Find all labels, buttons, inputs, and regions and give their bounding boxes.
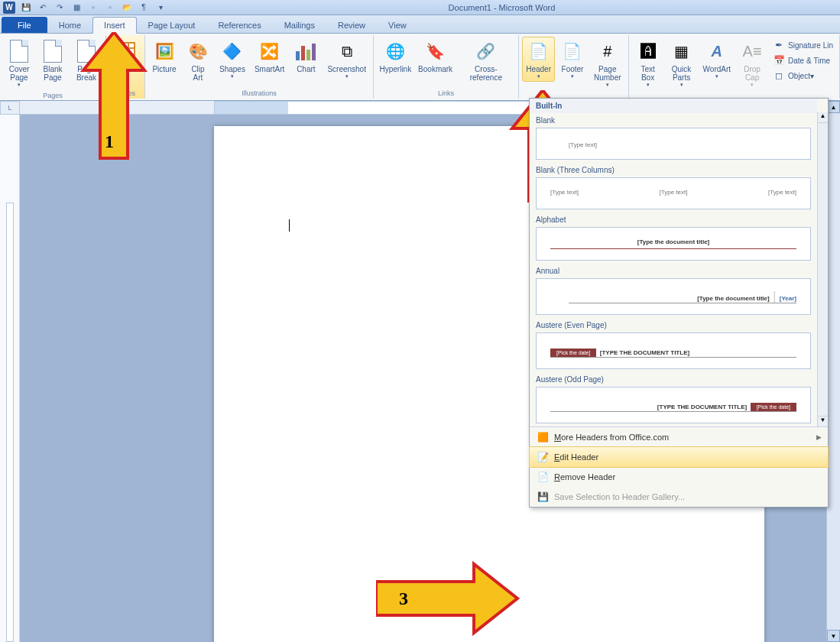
gallery-item-austere-even[interactable]: Austere (Even Page) [Pick the date] [TYP… [530, 318, 817, 372]
clip-art-button[interactable]: 🎨ClipArt [182, 37, 214, 84]
picture-icon: 🖼️ [152, 39, 177, 63]
blank-page-icon [41, 39, 65, 63]
footer-icon: 📄 [560, 39, 585, 63]
annotation-arrow-1 [79, 32, 148, 162]
qat-icon[interactable]: ▦ [70, 2, 83, 14]
gallery-footer: 🟧 More Headers from Office.com ▶ 📝 Edit … [530, 426, 828, 507]
edit-header-icon: 📝 [536, 451, 550, 463]
qat-icon[interactable]: ▫ [104, 2, 116, 14]
tab-mailings[interactable]: Mailings [273, 17, 326, 33]
window-title: Document1 - Microsoft Word [167, 3, 837, 12]
group-illustrations: 🖼️Picture 🎨ClipArt 🔷Shapes▾ 🔀SmartArt Ch… [145, 35, 374, 99]
gallery-item-austere-odd[interactable]: Austere (Odd Page) [TYPE THE DOCUMENT TI… [530, 372, 817, 426]
group-links: 🌐Hyperlink 🔖Bookmark 🔗Cross-reference Li… [374, 35, 519, 99]
remove-header-icon: 📄 [536, 471, 550, 483]
vertical-ruler[interactable] [0, 115, 20, 642]
clip-art-icon: 🎨 [186, 39, 210, 63]
tab-view[interactable]: View [377, 17, 418, 33]
svg-marker-2 [376, 564, 517, 633]
group-header-footer: 📄Header▾ 📄Footer▾ #PageNumber▾ [519, 35, 628, 99]
save-to-gallery-button: 💾 Save Selection to Header Gallery... [530, 487, 828, 507]
object-icon: ◻ [773, 70, 785, 82]
chart-button[interactable]: Chart [290, 37, 322, 76]
text-cursor [289, 219, 290, 232]
tab-insert[interactable]: Insert [92, 17, 137, 34]
bookmark-button[interactable]: 🔖Bookmark [416, 37, 456, 76]
open-icon[interactable]: 📂 [121, 2, 133, 14]
tab-references[interactable]: References [206, 17, 272, 33]
smartart-button[interactable]: 🔀SmartArt [251, 37, 288, 76]
signature-line-button[interactable]: ✒Signature Lin [770, 38, 836, 52]
shapes-button[interactable]: 🔷Shapes▾ [216, 37, 249, 82]
date-time-button[interactable]: 📅Date & Time [770, 54, 836, 67]
undo-icon[interactable]: ↶ [37, 2, 49, 14]
shapes-icon: 🔷 [220, 39, 245, 63]
header-button[interactable]: 📄Header▾ [522, 37, 555, 82]
hyperlink-icon: 🌐 [383, 39, 407, 63]
scroll-down-button[interactable]: ▼ [827, 630, 840, 642]
tab-review[interactable]: Review [326, 17, 377, 33]
more-headers-button[interactable]: 🟧 More Headers from Office.com ▶ [530, 427, 828, 447]
edit-header-button[interactable]: 📝 Edit Header [529, 446, 829, 468]
svg-marker-0 [83, 32, 144, 158]
redo-icon[interactable]: ↷ [54, 2, 66, 14]
group-label: Illustrations [148, 88, 370, 99]
hyperlink-button[interactable]: 🌐Hyperlink [377, 37, 414, 76]
chart-icon [294, 39, 318, 63]
wordart-button[interactable]: AWordArt▾ [699, 37, 735, 82]
cross-ref-icon: 🔗 [474, 39, 498, 63]
scroll-down-icon[interactable]: ▼ [818, 416, 828, 426]
ribbon-tabs: File Home Insert Page Layout References … [0, 15, 840, 34]
gallery-item-blank-three[interactable]: Blank (Three Columns) [Type text] [Type … [530, 163, 817, 212]
gallery-item-label: Austere (Even Page) [536, 321, 811, 329]
gallery-scrollbar[interactable]: ▲ ▼ [817, 112, 828, 426]
date-time-icon: 📅 [773, 54, 785, 66]
annotation-number-3: 3 [399, 588, 408, 609]
header-icon: 📄 [527, 39, 551, 63]
gallery-section-title: Built-In [530, 99, 817, 113]
page-number-button[interactable]: #PageNumber▾ [590, 37, 625, 90]
gallery-item-label: Blank [536, 116, 811, 125]
ruler-corner[interactable]: L [0, 101, 20, 115]
save-gallery-icon: 💾 [536, 491, 550, 503]
tab-file[interactable]: File [2, 17, 47, 33]
scroll-up-button[interactable]: ▲ [827, 101, 840, 113]
new-doc-icon[interactable]: ▫ [87, 2, 99, 14]
save-icon[interactable]: 💾 [20, 2, 32, 14]
bookmark-icon: 🔖 [423, 39, 448, 63]
gallery-item-label: Austere (Odd Page) [536, 375, 811, 384]
screenshot-button[interactable]: ⧉Screenshot▾ [323, 37, 370, 82]
smartart-icon: 🔀 [258, 39, 282, 63]
header-gallery-dropdown: Built-In Blank [Type text] Blank (Three … [529, 98, 829, 507]
drop-cap-button[interactable]: A≡DropCap▾ [736, 37, 768, 90]
object-button[interactable]: ◻Object ▾ [770, 69, 836, 83]
quick-parts-button[interactable]: ▦QuickParts▾ [666, 37, 698, 90]
chevron-right-icon: ▶ [816, 433, 822, 441]
footer-button[interactable]: 📄Footer▾ [556, 37, 589, 82]
screenshot-icon: ⧉ [335, 39, 359, 63]
cover-page-button[interactable]: CoverPage▾ [3, 37, 35, 90]
qat-customize-icon[interactable]: ▾ [154, 2, 167, 14]
gallery-item-blank[interactable]: Blank [Type text] [530, 113, 817, 163]
paragraph-marks-icon[interactable]: ¶ [138, 2, 150, 14]
gallery-item-label: Alphabet [536, 216, 811, 224]
tab-home[interactable]: Home [47, 17, 92, 33]
tab-page-layout[interactable]: Page Layout [137, 17, 207, 33]
picture-button[interactable]: 🖼️Picture [148, 37, 180, 76]
word-app-icon: W [3, 2, 15, 14]
quick-access-toolbar: 💾 ↶ ↷ ▦ ▫ ▫ 📂 ¶ ▾ [20, 2, 167, 14]
text-box-button[interactable]: 🅰TextBox▾ [632, 37, 664, 90]
drop-cap-icon: A≡ [740, 39, 764, 63]
gallery-item-annual[interactable]: Annual [Type the document title] | [Year… [530, 264, 817, 318]
cover-page-icon [7, 39, 31, 63]
gallery-item-alphabet[interactable]: Alphabet [Type the document title] [530, 212, 817, 264]
group-label: Links [377, 88, 515, 99]
cross-reference-button[interactable]: 🔗Cross-reference [457, 37, 516, 84]
annotation-arrow-3 [376, 560, 521, 637]
group-text: 🅰TextBox▾ ▦QuickParts▾ AWordArt▾ A≡DropC… [629, 35, 840, 99]
remove-header-button[interactable]: 📄 Remove Header [530, 467, 828, 487]
text-box-icon: 🅰 [636, 39, 660, 63]
wordart-icon: A [705, 39, 729, 63]
blank-page-button[interactable]: BlankPage [37, 37, 69, 84]
scroll-up-icon[interactable]: ▲ [818, 112, 828, 123]
